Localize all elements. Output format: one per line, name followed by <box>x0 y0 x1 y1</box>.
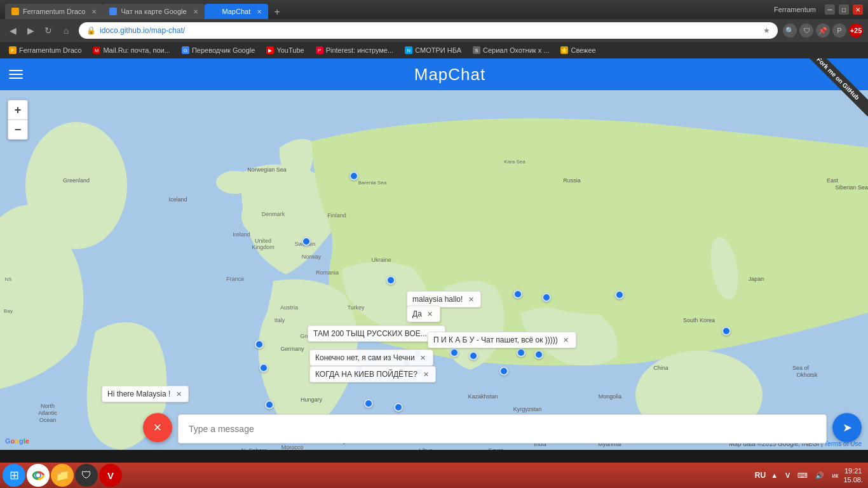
bookmark-pinterest[interactable]: P Pinterest: инструме... <box>311 43 399 57</box>
marker-19[interactable] <box>534 350 543 359</box>
new-tab-button[interactable]: + <box>268 5 286 19</box>
taskbar-chrome[interactable] <box>27 464 50 487</box>
tab-2[interactable]: Чат на карте Google ✕ <box>103 4 204 19</box>
marker-8[interactable] <box>364 399 373 408</box>
bubble-close-2[interactable]: ✕ <box>466 295 475 304</box>
bookmark-mail[interactable]: M Mail.Ru: почта, пои... <box>88 43 175 57</box>
svg-point-52 <box>36 473 40 477</box>
bubble-text-1: Hi there Malaysia ! <box>107 390 170 398</box>
ext-shield[interactable]: 🛡 <box>799 24 813 37</box>
bookmark-translate[interactable]: G Переводчик Google <box>177 43 261 57</box>
forward-button[interactable]: ▶ <box>23 23 38 38</box>
minimize-button[interactable]: ─ <box>825 4 835 15</box>
nav-buttons: ◀ ▶ ↻ ⌂ <box>5 23 74 38</box>
svg-text:Morocco: Morocco <box>281 444 304 450</box>
marker-21[interactable] <box>615 290 624 299</box>
bookmark-label-3: Переводчик Google <box>192 46 255 54</box>
tab-label-1: Ferramentum Draco <box>23 8 85 15</box>
svg-text:Austria: Austria <box>280 304 298 311</box>
address-input[interactable]: 🔒 idoco.github.io/map-chat/ ★ <box>79 22 778 39</box>
marker-18[interactable] <box>517 348 526 357</box>
bubble-text-4: ТАМ 200 ТЫЩ РУССКИХ ВОЕ... <box>313 329 427 338</box>
marker-3[interactable] <box>259 363 268 372</box>
zoom-out-button[interactable]: − <box>8 120 27 139</box>
svg-text:Kara Sea: Kara Sea <box>504 159 526 165</box>
tab-3[interactable]: MapChat ✕ <box>205 4 269 19</box>
hamburger-line-2 <box>9 74 23 75</box>
tab-favicon-2 <box>109 8 117 15</box>
ext-p[interactable]: P <box>832 24 846 37</box>
marker-9[interactable] <box>386 276 395 285</box>
marker-17[interactable] <box>513 290 522 299</box>
bookmark-nba[interactable]: N СМОТРИ НБА <box>400 43 466 57</box>
tray-arrow-up: ▲ <box>768 470 780 480</box>
tab-close-3[interactable]: ✕ <box>257 8 262 15</box>
bubble-da: Да ✕ <box>407 306 440 322</box>
tray-icon-site: ик <box>829 471 841 480</box>
taskbar-shield[interactable]: 🛡 <box>75 464 98 487</box>
ext-pin[interactable]: 📌 <box>816 24 830 37</box>
browser-tabs: Ferramentum Draco ✕ Чат на карте Google … <box>5 0 286 19</box>
bookmark-ferramentum[interactable]: F Ferramentum Draco <box>4 43 86 57</box>
marker-22[interactable] <box>722 327 731 336</box>
bubble-close-1[interactable]: ✕ <box>174 390 183 398</box>
bubble-text-5: П И К А Б У - Чат пашет, всё ок ))))) <box>433 336 558 344</box>
taskbar-word[interactable]: V <box>99 464 122 487</box>
svg-text:NS: NS <box>4 276 11 282</box>
shield-icon: 🛡 <box>81 470 92 481</box>
bubble-close-3[interactable]: ✕ <box>426 309 435 318</box>
bubble-close-7[interactable]: ✕ <box>421 370 430 379</box>
svg-text:Hungary: Hungary <box>301 396 323 403</box>
tab-close-1[interactable]: ✕ <box>92 8 97 15</box>
ext-search[interactable]: 🔍 <box>783 24 797 37</box>
marker-5[interactable] <box>302 237 311 246</box>
svg-text:Japan: Japan <box>749 276 764 282</box>
marker-4[interactable] <box>265 400 274 409</box>
svg-text:France: France <box>226 276 244 282</box>
marker-14[interactable] <box>450 348 459 357</box>
marker-10[interactable] <box>394 403 403 412</box>
close-fab-button[interactable]: × <box>143 413 172 442</box>
reload-button[interactable]: ↻ <box>41 23 56 38</box>
taskbar-folder[interactable]: 📁 <box>51 464 74 487</box>
svg-text:Bay: Bay <box>4 308 13 314</box>
svg-point-4 <box>216 171 254 194</box>
svg-text:Greenland: Greenland <box>63 177 90 184</box>
svg-text:UnitedKingdom: UnitedKingdom <box>252 238 275 250</box>
close-window-button[interactable]: ✕ <box>853 4 863 15</box>
tray-icon-v: V <box>783 470 792 480</box>
tab-close-2[interactable]: ✕ <box>193 8 198 15</box>
marker-2[interactable] <box>255 340 264 349</box>
tab-1[interactable]: Ferramentum Draco ✕ <box>5 4 103 19</box>
home-button[interactable]: ⌂ <box>58 23 74 38</box>
marker-16[interactable] <box>499 367 508 376</box>
message-input-field[interactable] <box>178 414 827 444</box>
svg-text:Barenta Sea: Barenta Sea <box>358 180 387 186</box>
marker-20[interactable] <box>542 293 551 302</box>
bubble-text-6: Конечно нет, я сам из Чечни <box>315 353 415 362</box>
bookmark-favicon-5: P <box>316 46 323 54</box>
marker-6[interactable] <box>349 172 358 180</box>
zoom-in-button[interactable]: + <box>8 100 27 119</box>
chrome-icon <box>31 468 45 482</box>
hamburger-button[interactable] <box>0 58 32 90</box>
fork-badge[interactable]: Fork me on GitHub <box>792 58 868 135</box>
bookmark-youtube[interactable]: ▶ YouTube <box>261 43 309 57</box>
back-button[interactable]: ◀ <box>5 23 20 38</box>
svg-text:Ukraine: Ukraine <box>371 257 391 263</box>
bookmark-fresh[interactable]: ⭐ Свежее <box>555 43 600 57</box>
bubble-close-6[interactable]: ✕ <box>419 353 428 362</box>
maximize-button[interactable]: □ <box>839 4 849 15</box>
bubble-close-5[interactable]: ✕ <box>562 336 571 344</box>
address-bar: ◀ ▶ ↻ ⌂ 🔒 idoco.github.io/map-chat/ ★ 🔍 … <box>0 19 868 42</box>
send-fab-button[interactable]: ➤ <box>832 413 862 442</box>
bookmark-serial[interactable]: S Сериал Охотник х ... <box>468 43 554 57</box>
marker-15[interactable] <box>469 351 478 360</box>
svg-text:N. Sahara: N. Sahara <box>241 447 268 450</box>
start-icon: ⊞ <box>10 468 19 482</box>
bubble-text-7: КОГДА НА КИЕВ ПОЙДЁТЕ? <box>315 370 417 379</box>
start-button[interactable]: ⊞ <box>3 464 25 487</box>
svg-text:South Korea: South Korea <box>683 317 715 323</box>
window-title-text: Ferramentum <box>774 6 816 13</box>
ext-plus[interactable]: +25 <box>849 24 863 37</box>
